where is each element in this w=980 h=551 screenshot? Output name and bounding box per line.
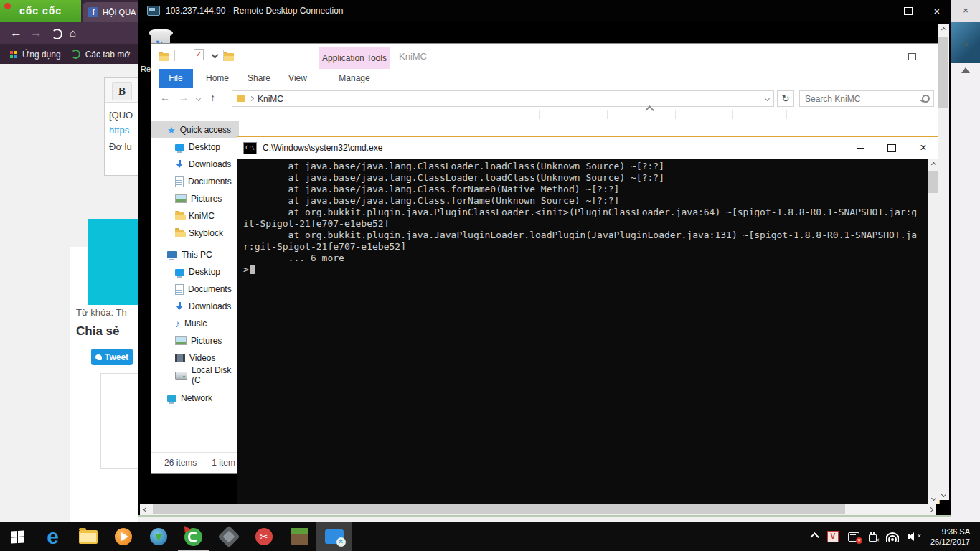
qat-folder-icon[interactable] — [159, 53, 169, 61]
scroll-up-arrow-icon[interactable] — [961, 67, 970, 73]
qat-properties-icon[interactable] — [194, 49, 204, 60]
rdp-minimize-button[interactable] — [865, 0, 894, 22]
sidebar-item-documents[interactable]: Documents — [151, 173, 239, 190]
videos-icon — [175, 354, 185, 362]
bookmark-new-tabs[interactable]: Các tab mớ — [71, 50, 131, 60]
explorer-history-dropdown-icon[interactable] — [196, 96, 201, 101]
taskbar-item-format-factory[interactable] — [211, 522, 246, 551]
sidebar-label: Desktop — [189, 267, 220, 277]
rdp-titlebar[interactable]: 103.237.144.90 - Remote Desktop Connecti… — [138, 0, 951, 22]
explorer-minimize-button[interactable] — [865, 50, 887, 64]
qat-newfolder-icon[interactable] — [223, 53, 234, 61]
sidebar-item-local-disk[interactable]: Local Disk (C — [151, 367, 239, 384]
rdp-horizontal-scrollbar[interactable] — [140, 504, 936, 515]
scroll-left-icon[interactable] — [140, 504, 151, 515]
sidebar-item-music[interactable]: ♪ Music — [151, 315, 239, 332]
explorer-back-icon[interactable]: ← — [160, 92, 170, 103]
sidebar-item-quick-access[interactable]: ★ Quick access — [151, 121, 239, 138]
tray-v-app-icon[interactable]: V — [827, 531, 839, 542]
tray-expand-icon[interactable] — [810, 532, 819, 542]
tab-view[interactable]: View — [283, 69, 312, 88]
wifi-icon[interactable] — [886, 532, 899, 542]
home-icon[interactable]: ⌂ — [70, 22, 76, 44]
scroll-down-icon[interactable] — [938, 489, 949, 500]
taskbar-item-remote-desktop[interactable] — [316, 522, 352, 551]
sidebar-item-pictures[interactable]: Pictures — [151, 190, 239, 207]
volume-muted-icon[interactable]: × — [908, 532, 921, 541]
sidebar-item-desktop-pc[interactable]: Desktop — [151, 263, 239, 281]
breadcrumb-folder-icon — [237, 95, 245, 102]
search-input[interactable] — [804, 93, 922, 105]
desktop-icon — [175, 269, 184, 276]
sidebar-item-network[interactable]: Network — [151, 390, 239, 407]
webpage-thumbnail: ↓ — [951, 22, 980, 63]
editor-link-text[interactable]: https — [109, 125, 129, 136]
cmd-console-output[interactable]: at java.base/java.lang.ClassLoader.loadC… — [237, 159, 928, 504]
sidebar-item-documents-pc[interactable]: Documents — [151, 281, 239, 298]
console-line: ... 6 more — [243, 253, 928, 264]
column-separator — [786, 110, 787, 119]
scrollbar-thumb[interactable] — [153, 504, 845, 514]
host-page-scrollbar[interactable] — [951, 63, 980, 522]
taskbar-item-edge[interactable]: e — [35, 522, 70, 551]
qat-dropdown-icon[interactable] — [212, 52, 219, 59]
tab-manage[interactable]: Manage — [319, 69, 390, 88]
coccoc-logo[interactable]: cốc cốc — [0, 0, 81, 22]
cmd-minimize-button[interactable] — [844, 137, 876, 159]
taskbar-item-idm[interactable] — [141, 522, 176, 551]
explorer-up-icon[interactable]: ↑ — [210, 92, 215, 103]
twitter-bird-icon — [95, 354, 102, 360]
forward-icon[interactable]: → — [30, 22, 42, 44]
scroll-right-icon[interactable] — [925, 504, 936, 515]
tray-peripheral-icon[interactable] — [869, 534, 877, 542]
taskbar-item-media-player[interactable] — [105, 522, 141, 551]
bold-button[interactable]: B — [112, 82, 132, 100]
sidebar-item-knimc[interactable]: KniMC — [151, 207, 239, 225]
sidebar-label: Network — [181, 393, 212, 403]
tray-messages-icon[interactable] — [848, 532, 859, 542]
tab-share[interactable]: Share — [243, 69, 275, 88]
sidebar-item-skyblock[interactable]: Skyblock — [151, 225, 239, 242]
start-button[interactable] — [0, 522, 35, 551]
sidebar-item-desktop[interactable]: Desktop — [151, 138, 239, 156]
address-dropdown-icon[interactable] — [765, 96, 770, 101]
webpage-banner[interactable] — [88, 219, 138, 305]
tweet-button[interactable]: Tweet — [91, 349, 133, 365]
sidebar-item-downloads[interactable]: Downloads — [151, 156, 239, 173]
taskbar-item-capture-tool[interactable]: ✂ — [246, 522, 281, 551]
scroll-up-icon[interactable] — [938, 24, 949, 35]
cmd-titlebar[interactable]: C:\ C:\Windows\system32\cmd.exe × — [237, 137, 939, 159]
reload-icon[interactable] — [52, 29, 62, 39]
sidebar-item-pictures-pc[interactable]: Pictures — [151, 332, 239, 349]
host-tab-close[interactable]: × — [951, 0, 980, 22]
sidebar-label: This PC — [182, 250, 212, 260]
taskbar-item-file-explorer[interactable] — [70, 522, 105, 551]
rdp-maximize-button[interactable] — [894, 0, 923, 22]
back-icon[interactable]: ← — [10, 22, 22, 44]
history-icon — [71, 50, 80, 59]
status-items-count: 26 items — [164, 458, 197, 468]
tab-file[interactable]: File — [159, 69, 193, 88]
explorer-address-bar[interactable]: KniMC — [232, 90, 774, 107]
explorer-forward-icon[interactable]: → — [179, 92, 189, 103]
taskbar-clock[interactable]: 9:36 SA 26/12/2017 — [930, 527, 973, 547]
console-prompt[interactable]: > — [243, 264, 928, 276]
rdp-close-button[interactable]: × — [923, 0, 951, 22]
scrollbar-thumb[interactable] — [938, 37, 948, 108]
sidebar-item-videos[interactable]: Videos — [151, 349, 239, 367]
breadcrumb[interactable]: KniMC — [258, 94, 283, 104]
explorer-search-box[interactable] — [799, 90, 934, 107]
bookmark-apps[interactable]: Ứng dụng — [10, 50, 61, 60]
refresh-icon[interactable]: ↻ — [777, 90, 794, 107]
sidebar-item-this-pc[interactable]: This PC — [151, 246, 239, 263]
rdp-vertical-scrollbar[interactable] — [938, 24, 949, 500]
taskbar-item-minecraft[interactable] — [281, 522, 316, 551]
tab-home[interactable]: Home — [202, 69, 233, 88]
cmd-close-button[interactable]: × — [908, 137, 939, 159]
sidebar-item-downloads-pc[interactable]: Downloads — [151, 298, 239, 315]
cmd-maximize-button[interactable] — [876, 137, 908, 159]
taskbar-item-coccoc[interactable] — [176, 522, 211, 551]
scrollbar-thumb[interactable] — [928, 171, 938, 193]
text-cursor — [250, 265, 255, 274]
explorer-maximize-button[interactable] — [901, 50, 923, 64]
